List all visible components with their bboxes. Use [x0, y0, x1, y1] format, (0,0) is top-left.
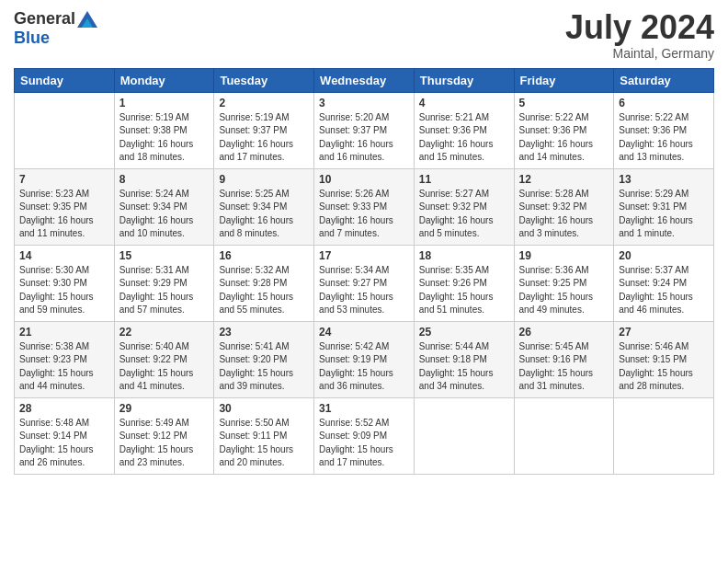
table-row: [514, 397, 614, 474]
calendar-week-row: 21Sunrise: 5:38 AM Sunset: 9:23 PM Dayli…: [15, 321, 714, 397]
page: General Blue July 2024 Maintal, Germany …: [0, 0, 728, 563]
table-row: 27Sunrise: 5:46 AM Sunset: 9:15 PM Dayli…: [614, 321, 714, 397]
table-row: 28Sunrise: 5:48 AM Sunset: 9:14 PM Dayli…: [15, 397, 115, 474]
table-row: 15Sunrise: 5:31 AM Sunset: 9:29 PM Dayli…: [114, 245, 214, 321]
day-number: 19: [519, 249, 609, 262]
table-row: 21Sunrise: 5:38 AM Sunset: 9:23 PM Dayli…: [15, 321, 115, 397]
cell-content: Sunrise: 5:19 AM Sunset: 9:38 PM Dayligh…: [119, 111, 210, 165]
col-monday: Monday: [114, 68, 214, 92]
table-row: 1Sunrise: 5:19 AM Sunset: 9:38 PM Daylig…: [114, 92, 214, 168]
table-row: 14Sunrise: 5:30 AM Sunset: 9:30 PM Dayli…: [15, 245, 115, 321]
table-row: 5Sunrise: 5:22 AM Sunset: 9:36 PM Daylig…: [514, 92, 614, 168]
calendar-week-row: 1Sunrise: 5:19 AM Sunset: 9:38 PM Daylig…: [15, 92, 714, 168]
cell-content: Sunrise: 5:22 AM Sunset: 9:36 PM Dayligh…: [519, 111, 609, 165]
calendar-week-row: 14Sunrise: 5:30 AM Sunset: 9:30 PM Dayli…: [15, 245, 714, 321]
day-number: 7: [19, 173, 109, 186]
logo-general-text: General: [14, 9, 75, 29]
day-number: 20: [619, 249, 709, 262]
cell-content: Sunrise: 5:26 AM Sunset: 9:33 PM Dayligh…: [319, 188, 409, 241]
col-tuesday: Tuesday: [214, 68, 314, 92]
day-number: 29: [119, 402, 210, 415]
logo-icon: [77, 11, 97, 28]
calendar-week-row: 28Sunrise: 5:48 AM Sunset: 9:14 PM Dayli…: [15, 397, 714, 474]
day-number: 28: [19, 402, 109, 415]
day-number: 10: [319, 173, 409, 186]
day-number: 5: [519, 97, 609, 109]
header: General Blue July 2024 Maintal, Germany: [14, 9, 714, 61]
cell-content: Sunrise: 5:27 AM Sunset: 9:32 PM Dayligh…: [419, 188, 509, 241]
table-row: [414, 397, 514, 474]
logo: General Blue: [14, 9, 97, 48]
table-row: 7Sunrise: 5:23 AM Sunset: 9:35 PM Daylig…: [15, 168, 115, 245]
day-number: 14: [19, 249, 109, 262]
location: Maintal, Germany: [565, 46, 714, 61]
cell-content: Sunrise: 5:30 AM Sunset: 9:30 PM Dayligh…: [19, 264, 109, 317]
table-row: 17Sunrise: 5:34 AM Sunset: 9:27 PM Dayli…: [314, 245, 415, 321]
table-row: 8Sunrise: 5:24 AM Sunset: 9:34 PM Daylig…: [114, 168, 214, 245]
table-row: 11Sunrise: 5:27 AM Sunset: 9:32 PM Dayli…: [414, 168, 514, 245]
day-number: 6: [619, 97, 709, 109]
calendar-week-row: 7Sunrise: 5:23 AM Sunset: 9:35 PM Daylig…: [15, 168, 714, 245]
col-wednesday: Wednesday: [314, 68, 415, 92]
day-number: 13: [619, 173, 709, 186]
table-row: 30Sunrise: 5:50 AM Sunset: 9:11 PM Dayli…: [214, 397, 314, 474]
cell-content: Sunrise: 5:20 AM Sunset: 9:37 PM Dayligh…: [319, 111, 409, 165]
day-number: 3: [319, 97, 409, 109]
day-number: 4: [419, 97, 509, 109]
cell-content: Sunrise: 5:41 AM Sunset: 9:20 PM Dayligh…: [219, 340, 309, 394]
cell-content: Sunrise: 5:40 AM Sunset: 9:22 PM Dayligh…: [119, 340, 210, 394]
day-number: 22: [119, 326, 210, 339]
table-row: 3Sunrise: 5:20 AM Sunset: 9:37 PM Daylig…: [314, 92, 415, 168]
header-row: Sunday Monday Tuesday Wednesday Thursday…: [15, 68, 714, 92]
cell-content: Sunrise: 5:50 AM Sunset: 9:11 PM Dayligh…: [219, 417, 309, 470]
day-number: 11: [419, 173, 509, 186]
table-row: 19Sunrise: 5:36 AM Sunset: 9:25 PM Dayli…: [514, 245, 614, 321]
day-number: 23: [219, 326, 309, 339]
cell-content: Sunrise: 5:29 AM Sunset: 9:31 PM Dayligh…: [619, 188, 709, 241]
day-number: 8: [119, 173, 210, 186]
cell-content: Sunrise: 5:44 AM Sunset: 9:18 PM Dayligh…: [419, 340, 509, 394]
cell-content: Sunrise: 5:37 AM Sunset: 9:24 PM Dayligh…: [619, 264, 709, 317]
day-number: 17: [319, 249, 409, 262]
table-row: 29Sunrise: 5:49 AM Sunset: 9:12 PM Dayli…: [114, 397, 214, 474]
cell-content: Sunrise: 5:21 AM Sunset: 9:36 PM Dayligh…: [419, 111, 509, 165]
day-number: 27: [619, 326, 709, 339]
table-row: 20Sunrise: 5:37 AM Sunset: 9:24 PM Dayli…: [614, 245, 714, 321]
day-number: 18: [419, 249, 509, 262]
calendar-table: Sunday Monday Tuesday Wednesday Thursday…: [14, 68, 714, 475]
cell-content: Sunrise: 5:52 AM Sunset: 9:09 PM Dayligh…: [319, 417, 409, 470]
cell-content: Sunrise: 5:22 AM Sunset: 9:36 PM Dayligh…: [619, 111, 709, 165]
table-row: 24Sunrise: 5:42 AM Sunset: 9:19 PM Dayli…: [314, 321, 415, 397]
table-row: 2Sunrise: 5:19 AM Sunset: 9:37 PM Daylig…: [214, 92, 314, 168]
table-row: 22Sunrise: 5:40 AM Sunset: 9:22 PM Dayli…: [114, 321, 214, 397]
table-row: 25Sunrise: 5:44 AM Sunset: 9:18 PM Dayli…: [414, 321, 514, 397]
cell-content: Sunrise: 5:49 AM Sunset: 9:12 PM Dayligh…: [119, 417, 210, 470]
day-number: 21: [19, 326, 109, 339]
table-row: 26Sunrise: 5:45 AM Sunset: 9:16 PM Dayli…: [514, 321, 614, 397]
col-saturday: Saturday: [614, 68, 714, 92]
cell-content: Sunrise: 5:28 AM Sunset: 9:32 PM Dayligh…: [519, 188, 609, 241]
table-row: 18Sunrise: 5:35 AM Sunset: 9:26 PM Dayli…: [414, 245, 514, 321]
table-row: 31Sunrise: 5:52 AM Sunset: 9:09 PM Dayli…: [314, 397, 415, 474]
cell-content: Sunrise: 5:32 AM Sunset: 9:28 PM Dayligh…: [219, 264, 309, 317]
cell-content: Sunrise: 5:34 AM Sunset: 9:27 PM Dayligh…: [319, 264, 409, 317]
day-number: 30: [219, 402, 309, 415]
cell-content: Sunrise: 5:35 AM Sunset: 9:26 PM Dayligh…: [419, 264, 509, 317]
day-number: 1: [119, 97, 210, 109]
month-year: July 2024: [565, 9, 714, 46]
cell-content: Sunrise: 5:36 AM Sunset: 9:25 PM Dayligh…: [519, 264, 609, 317]
cell-content: Sunrise: 5:48 AM Sunset: 9:14 PM Dayligh…: [19, 417, 109, 470]
table-row: 13Sunrise: 5:29 AM Sunset: 9:31 PM Dayli…: [614, 168, 714, 245]
day-number: 26: [519, 326, 609, 339]
cell-content: Sunrise: 5:25 AM Sunset: 9:34 PM Dayligh…: [219, 188, 309, 241]
col-sunday: Sunday: [15, 68, 115, 92]
table-row: 12Sunrise: 5:28 AM Sunset: 9:32 PM Dayli…: [514, 168, 614, 245]
cell-content: Sunrise: 5:38 AM Sunset: 9:23 PM Dayligh…: [19, 340, 109, 394]
table-row: 4Sunrise: 5:21 AM Sunset: 9:36 PM Daylig…: [414, 92, 514, 168]
table-row: 10Sunrise: 5:26 AM Sunset: 9:33 PM Dayli…: [314, 168, 415, 245]
day-number: 24: [319, 326, 409, 339]
logo-blue-text: Blue: [14, 29, 50, 48]
day-number: 9: [219, 173, 309, 186]
table-row: 16Sunrise: 5:32 AM Sunset: 9:28 PM Dayli…: [214, 245, 314, 321]
col-thursday: Thursday: [414, 68, 514, 92]
